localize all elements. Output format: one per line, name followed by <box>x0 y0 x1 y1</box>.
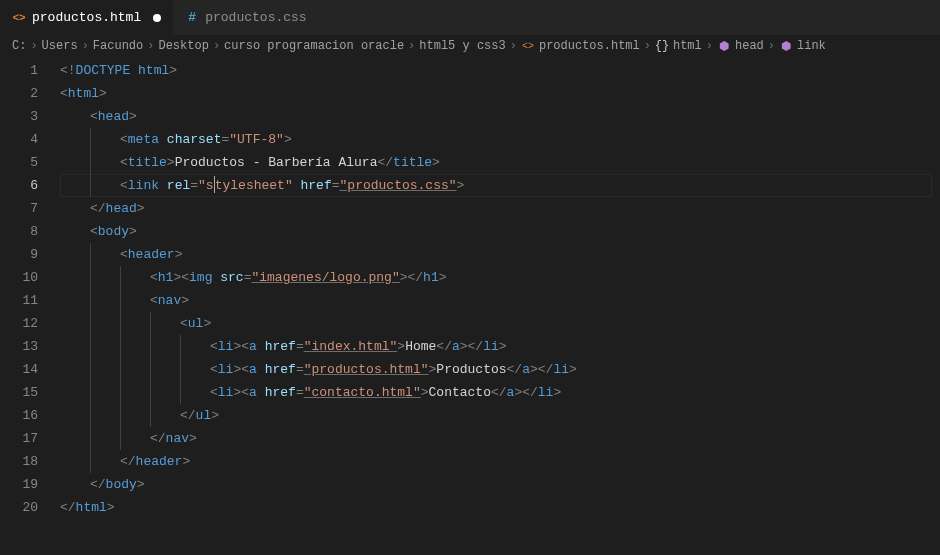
line-number: 12 <box>0 312 60 335</box>
cube-icon: ⬢ <box>779 39 793 53</box>
html-file-icon: <> <box>12 11 26 25</box>
tab-label: productos.html <box>32 10 141 25</box>
breadcrumb: C:› Users› Facundo› Desktop› curso progr… <box>0 35 940 57</box>
code-line: </header> <box>60 450 940 473</box>
breadcrumb-item[interactable]: {}html <box>655 39 702 53</box>
code-line: <li><a href="productos.html">Productos</… <box>60 358 940 381</box>
cube-icon: ⬢ <box>717 39 731 53</box>
tab-productos-html[interactable]: <> productos.html <box>0 0 173 35</box>
code-line: <html> <box>60 82 940 105</box>
line-number: 17 <box>0 427 60 450</box>
line-number: 15 <box>0 381 60 404</box>
line-number-gutter: 1 2 3 4 5 6 7 8 9 10 11 12 13 14 15 16 1… <box>0 57 60 555</box>
code-line: <head> <box>60 105 940 128</box>
chevron-right-icon: › <box>644 39 651 53</box>
code-line: <ul> <box>60 312 940 335</box>
chevron-right-icon: › <box>82 39 89 53</box>
code-line: <body> <box>60 220 940 243</box>
code-line: <!DOCTYPE html> <box>60 59 940 82</box>
css-file-icon: # <box>185 11 199 25</box>
line-number: 19 <box>0 473 60 496</box>
line-number: 6 <box>0 174 60 197</box>
code-line: <meta charset="UTF-8"> <box>60 128 940 151</box>
chevron-right-icon: › <box>408 39 415 53</box>
chevron-right-icon: › <box>768 39 775 53</box>
code-line: <h1><img src="imagenes/logo.png"></h1> <box>60 266 940 289</box>
line-number: 7 <box>0 197 60 220</box>
line-number: 16 <box>0 404 60 427</box>
code-line: <title>Productos - Barbería Alura</title… <box>60 151 940 174</box>
breadcrumb-item[interactable]: ⬢link <box>779 39 826 53</box>
line-number: 9 <box>0 243 60 266</box>
breadcrumb-item[interactable]: Desktop <box>158 39 208 53</box>
code-line: <li><a href="index.html">Home</a></li> <box>60 335 940 358</box>
code-line: <header> <box>60 243 940 266</box>
line-number: 1 <box>0 59 60 82</box>
breadcrumb-item[interactable]: ⬢head <box>717 39 764 53</box>
chevron-right-icon: › <box>30 39 37 53</box>
code-line: </nav> <box>60 427 940 450</box>
line-number: 4 <box>0 128 60 151</box>
tab-bar: <> productos.html # productos.css <box>0 0 940 35</box>
tab-label: productos.css <box>205 10 306 25</box>
modified-indicator-icon <box>153 14 161 22</box>
line-number: 14 <box>0 358 60 381</box>
code-line: </ul> <box>60 404 940 427</box>
breadcrumb-item[interactable]: <>productos.html <box>521 39 640 53</box>
braces-icon: {} <box>655 39 669 53</box>
html-file-icon: <> <box>521 39 535 53</box>
breadcrumb-item[interactable]: Users <box>42 39 78 53</box>
code-line: </head> <box>60 197 940 220</box>
tab-productos-css[interactable]: # productos.css <box>173 0 318 35</box>
line-number: 11 <box>0 289 60 312</box>
breadcrumb-item[interactable]: curso programacion oracle <box>224 39 404 53</box>
breadcrumb-item[interactable]: C: <box>12 39 26 53</box>
code-line: <link rel="stylesheet" href="productos.c… <box>60 174 940 197</box>
code-area[interactable]: <!DOCTYPE html> <html> <head> <meta char… <box>60 57 940 555</box>
line-number: 2 <box>0 82 60 105</box>
line-number: 13 <box>0 335 60 358</box>
line-number: 3 <box>0 105 60 128</box>
line-number: 18 <box>0 450 60 473</box>
code-line: </body> <box>60 473 940 496</box>
chevron-right-icon: › <box>213 39 220 53</box>
code-line: <li><a href="contacto.html">Contacto</a>… <box>60 381 940 404</box>
code-line: </html> <box>60 496 940 519</box>
chevron-right-icon: › <box>706 39 713 53</box>
line-number: 10 <box>0 266 60 289</box>
line-number: 8 <box>0 220 60 243</box>
line-number: 20 <box>0 496 60 519</box>
breadcrumb-item[interactable]: Facundo <box>93 39 143 53</box>
chevron-right-icon: › <box>510 39 517 53</box>
breadcrumb-item[interactable]: html5 y css3 <box>419 39 505 53</box>
chevron-right-icon: › <box>147 39 154 53</box>
line-number: 5 <box>0 151 60 174</box>
editor: 1 2 3 4 5 6 7 8 9 10 11 12 13 14 15 16 1… <box>0 57 940 555</box>
code-line: <nav> <box>60 289 940 312</box>
